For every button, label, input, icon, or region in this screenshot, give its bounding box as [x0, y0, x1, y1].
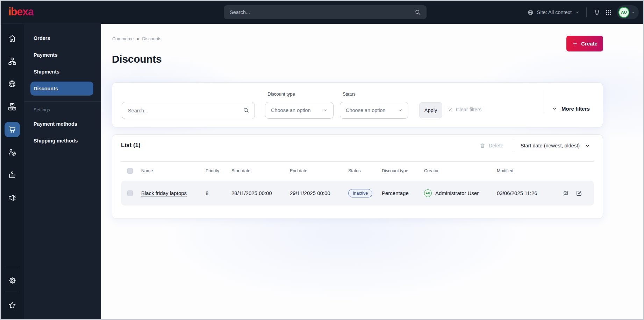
site-context-selector[interactable]: Site: All context — [527, 9, 580, 16]
discount-type-value: Percentage — [382, 190, 424, 196]
icon-rail — [1, 24, 24, 319]
more-filters-button[interactable]: More filters — [552, 106, 590, 112]
filter-divider — [545, 90, 545, 113]
create-button[interactable]: Create — [566, 36, 603, 51]
column-header-discount-type: Discount type — [382, 168, 424, 173]
notifications-bell-icon[interactable] — [593, 9, 601, 16]
sidebar-section-label: Settings — [34, 107, 101, 112]
sidebar-item-label: Payment methods — [34, 121, 77, 127]
search-icon[interactable] — [243, 107, 250, 114]
status-value: Choose an option — [346, 107, 386, 113]
discount-type-select[interactable]: Choose an option — [265, 102, 334, 119]
status-label: Status — [343, 91, 356, 97]
sort-label: Start date (newest, oldest) — [521, 143, 580, 148]
global-search-input[interactable] — [224, 9, 414, 15]
filter-divider — [261, 90, 261, 112]
table-header: Name Priority Start date End date Status… — [121, 166, 594, 176]
discount-type-value: Choose an option — [271, 107, 311, 113]
rail-item-commerce[interactable] — [5, 122, 20, 137]
site-globe-icon — [8, 79, 17, 89]
chevron-down-icon — [585, 143, 591, 149]
sidebar-item-shipping-methods[interactable]: Shipping methods — [30, 134, 93, 148]
rail-item-bookmarks[interactable] — [5, 298, 20, 313]
column-header-modified: Modified — [497, 168, 560, 173]
search-icon[interactable] — [414, 9, 421, 16]
commerce-sidebar: Orders Payments Shipments Discounts Sett… — [24, 24, 101, 319]
clear-filters-label: Clear filters — [456, 107, 481, 112]
trash-icon — [479, 142, 486, 149]
rail-item-products[interactable] — [5, 99, 20, 114]
sidebar-item-label: Shipping methods — [34, 138, 78, 144]
rail-divider — [5, 267, 19, 267]
sort-selector[interactable]: Start date (newest, oldest) — [521, 143, 591, 149]
sidebar-item-payment-methods[interactable]: Payment methods — [30, 117, 93, 131]
sidebar-item-shipments[interactable]: Shipments — [30, 65, 93, 79]
commerce-cart-icon — [8, 125, 17, 134]
user-badge-icon — [8, 171, 17, 180]
rail-item-customers[interactable] — [5, 145, 20, 160]
column-header-priority: Priority — [206, 168, 231, 173]
sidebar-item-label: Shipments — [34, 69, 59, 75]
column-header-status: Status — [348, 168, 382, 173]
rail-divider — [5, 292, 19, 292]
rail-item-marketing[interactable] — [5, 190, 20, 206]
more-filters-label: More filters — [561, 106, 590, 112]
filter-search-input[interactable] — [122, 102, 255, 119]
rail-item-users[interactable] — [5, 167, 20, 183]
tools-divider — [512, 139, 512, 152]
products-boxes-icon — [8, 102, 17, 111]
status-select[interactable]: Choose an option — [340, 102, 408, 119]
star-icon — [8, 301, 17, 310]
customers-target-icon — [8, 148, 17, 157]
close-icon — [448, 107, 453, 112]
column-header-creator: Creator — [424, 168, 497, 173]
apply-button[interactable]: Apply — [419, 102, 442, 118]
avatar: AU — [618, 7, 629, 18]
discount-name-link[interactable]: Black friday laptops — [141, 190, 187, 196]
column-header-end-date: End date — [290, 168, 348, 173]
app-window: ibexa Site: All context — [0, 0, 644, 320]
apps-grid-icon[interactable] — [605, 9, 612, 16]
delete-button[interactable]: Delete — [479, 142, 503, 149]
end-date-value: 29/11/2025 00:00 — [290, 190, 348, 196]
preview-disabled-icon[interactable] — [563, 190, 570, 197]
clear-filters-button[interactable]: Clear filters — [448, 107, 481, 112]
chevron-down-icon — [552, 106, 558, 112]
modified-value: 03/06/2025 11:26 — [497, 190, 560, 196]
plus-icon — [572, 41, 578, 47]
start-date-value: 28/11/2025 00:00 — [231, 190, 290, 196]
filters-card: Discount type Choose an option Status Ch… — [112, 82, 603, 127]
list-title: List (1) — [121, 142, 141, 149]
row-checkbox[interactable] — [127, 190, 133, 196]
breadcrumb-discounts[interactable]: Discounts — [142, 36, 162, 41]
creator-avatar: AU — [424, 189, 432, 197]
table-row: Black friday laptops 8 28/11/2025 00:00 … — [121, 181, 594, 206]
gear-icon — [8, 276, 17, 285]
column-header-start-date: Start date — [231, 168, 290, 173]
content-tree-icon — [8, 57, 17, 66]
home-icon — [8, 34, 17, 43]
status-badge: Inactive — [348, 189, 372, 197]
sidebar-item-payments[interactable]: Payments — [30, 48, 93, 62]
topbar-right: Site: All context AU — [527, 1, 639, 24]
megaphone-icon — [8, 193, 17, 202]
sidebar-item-label: Discounts — [34, 86, 58, 91]
sidebar-item-orders[interactable]: Orders — [30, 31, 93, 45]
sidebar-item-label: Payments — [34, 52, 58, 58]
create-button-label: Create — [581, 41, 598, 47]
rail-item-home[interactable] — [5, 31, 20, 46]
breadcrumb-commerce[interactable]: Commerce — [112, 36, 134, 41]
sidebar-divider — [24, 101, 101, 102]
edit-icon[interactable] — [575, 190, 582, 197]
rail-item-settings[interactable] — [5, 273, 20, 288]
select-all-checkbox[interactable] — [127, 168, 133, 174]
priority-value: 8 — [206, 190, 231, 196]
breadcrumb: Commerce > Discounts — [112, 36, 161, 41]
main-area: Commerce > Discounts Create Discounts — [101, 24, 643, 319]
global-search[interactable] — [224, 5, 427, 19]
rail-item-site[interactable] — [5, 76, 20, 92]
user-menu[interactable]: AU — [617, 5, 639, 19]
sidebar-item-discounts[interactable]: Discounts — [30, 82, 93, 96]
rail-item-content[interactable] — [5, 54, 20, 69]
ibexa-logo: ibexa — [8, 6, 34, 18]
